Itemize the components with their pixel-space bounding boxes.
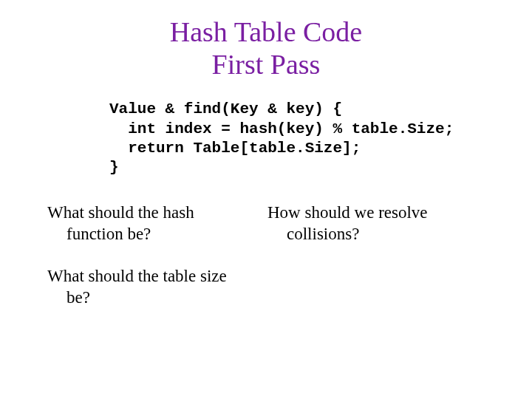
title-line-2: First Pass [212,49,321,80]
q-text-line: function be? [47,224,251,245]
code-block: Value & find(Key & key) { int index = ha… [109,100,532,177]
title-line-1: Hash Table Code [170,16,362,47]
questions-row: What should the hash function be? What s… [0,202,532,329]
question-hash-function: What should the hash function be? [47,202,251,245]
question-table-size: What should the table size be? [47,266,251,309]
q-text-line: be? [47,287,251,309]
code-line-1: Value & find(Key & key) { [109,100,342,117]
q-text-line: What should the table size [47,267,227,285]
slide-title: Hash Table Code First Pass [0,0,532,81]
q-text-line: collisions? [267,224,517,245]
q-text-line: What should the hash [47,203,194,222]
code-line-4: } [109,159,119,176]
questions-left-column: What should the hash function be? What s… [0,202,251,329]
code-line-2: int index = hash(key) % table.Size; [109,120,454,137]
questions-right-column: How should we resolve collisions? [251,202,517,329]
slide: Hash Table Code First Pass Value & find(… [0,0,532,399]
code-line-3: return Table[table.Size]; [109,140,361,157]
question-collisions: How should we resolve collisions? [267,202,517,245]
q-text-line: How should we resolve [267,203,428,222]
